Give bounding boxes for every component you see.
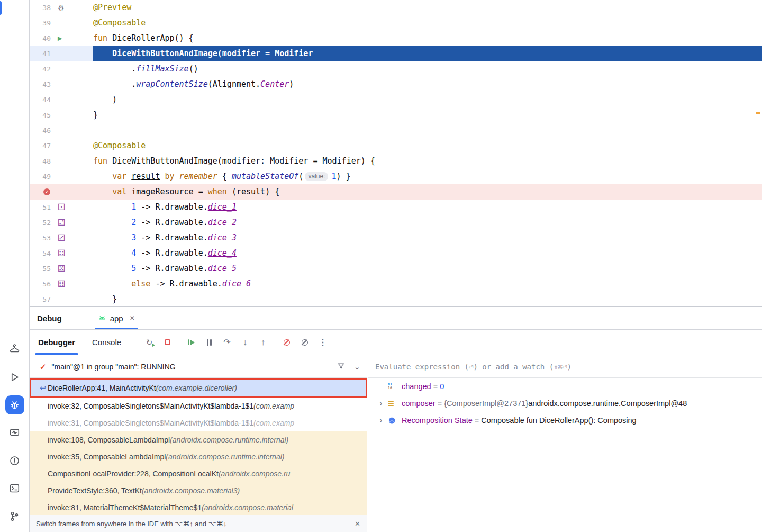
more-button[interactable]: ⋮ [314,335,332,350]
dice6-preview-icon[interactable]: ⚅ [58,279,66,288]
dice5-preview-icon[interactable]: ⚄ [58,264,66,273]
code-line-49[interactable]: 49 var result by remember { mutableState… [30,169,762,184]
code-line-48[interactable]: 48fun DiceWithButtonAndImage(modifier: M… [30,154,762,169]
debug-tool-button[interactable] [5,395,24,414]
problems-tool-button[interactable] [5,451,24,470]
watch-row[interactable]: 0110changed = 0 [368,378,762,395]
expand-chevron-icon[interactable]: › [379,399,388,408]
tab-debugger-label: Debugger [38,338,75,347]
frame-row[interactable]: ↩DiceRollerApp:41, MainActivityKt (com.e… [30,378,367,398]
frame-row[interactable]: invoke:108, ComposableLambdaImpl (androi… [30,431,367,448]
code-line-44[interactable]: 44 ) [30,92,762,107]
run-gutter-icon[interactable]: ▶ [58,35,62,41]
frame-package: (com.example.diceroller) [156,384,237,392]
gutter-cell[interactable]: ⚅ [51,276,93,292]
gear-icon[interactable]: ⚙ [58,4,65,12]
close-icon[interactable]: ✕ [130,314,135,322]
watch-row[interactable]: ›composer = {ComposerImpl@27371} android… [368,395,762,412]
terminal-tool-button[interactable] [5,479,24,498]
gutter-cell[interactable]: ⚀ [51,200,93,215]
step-into-button[interactable]: ↓ [236,335,254,350]
gutter-cell[interactable]: ⚙ [51,0,93,15]
code-line-46[interactable]: 46 [30,123,762,138]
frame-row[interactable]: invoke:81, MaterialThemeKt$MaterialTheme… [30,499,367,515]
code-line-57[interactable]: 57 } [30,292,762,306]
code-text: } [93,292,762,306]
pause-button[interactable] [200,335,218,350]
code-line-43[interactable]: 43 .wrapContentSize(Alignment.Center) [30,77,762,92]
code-line-53[interactable]: 53⚂ 3 -> R.drawable.dice_3 [30,230,762,246]
evaluate-placeholder: Evaluate expression (⏎) or add a watch (… [375,363,572,371]
code-editor[interactable]: 38⚙@Preview39@Composable40▶fun DiceRolle… [30,0,762,306]
git-branch-tool-button[interactable] [5,507,24,526]
code-line-41[interactable]: 41 DiceWithButtonAndImage(modifier = Mod… [30,46,762,61]
step-out-button[interactable]: ↑ [254,335,272,350]
line-number: 54 [30,246,51,261]
close-icon[interactable]: ✕ [355,520,360,528]
gutter-cell[interactable]: ⚃ [51,246,93,261]
code-line-52[interactable]: 52⚁ 2 -> R.drawable.dice_2 [30,215,762,230]
profiler-icon [9,427,20,438]
rerun-button[interactable]: ↻ [140,335,158,350]
code-line-56[interactable]: 56⚅ else -> R.drawable.dice_6 [30,276,762,292]
dice3-preview-icon[interactable]: ⚂ [58,233,66,242]
watches-list: 0110changed = 0›composer = {ComposerImpl… [368,378,762,429]
code-text: fun DiceRollerApp() { [93,31,762,46]
hint-banner-text: Switch frames from anywhere in the IDE w… [36,520,226,528]
code-line-42[interactable]: 42 .fillMaxSize() [30,61,762,77]
code-line-38[interactable]: 38⚙@Preview [30,0,762,15]
code-line-54[interactable]: 54⚃ 4 -> R.drawable.dice_4 [30,246,762,261]
variable-value: 0 [440,382,444,391]
code-line-47[interactable]: 47@Composable [30,138,762,154]
stop-button[interactable] [158,335,176,350]
breakpoint-icon[interactable] [43,188,50,195]
dice2-preview-icon[interactable]: ⚁ [58,218,66,227]
tab-console[interactable]: Console [87,330,126,355]
code-line-40[interactable]: 40▶fun DiceRollerApp() { [30,31,762,46]
gutter-cell[interactable]: ▶ [51,31,93,46]
frame-location: invoke:32, ComposableSingletons$MainActi… [48,402,253,410]
line-number: 48 [30,154,51,169]
frame-package: (androidx.compose.runtime.internal) [166,453,284,461]
run-icon [9,372,20,383]
gutter-cell [51,77,93,92]
mute-breakpoints-button[interactable] [296,335,314,350]
dice4-preview-icon[interactable]: ⚃ [58,249,66,258]
chevron-down-icon[interactable]: ⌄ [353,362,360,372]
code-text: var result by remember { mutableStateOf(… [93,169,762,184]
frame-row[interactable]: CompositionLocalProvider:228, Compositio… [30,465,367,482]
evaluate-expression-input[interactable]: Evaluate expression (⏎) or add a watch (… [368,356,762,378]
resume-button[interactable] [182,335,200,350]
code-line-55[interactable]: 55⚄ 5 -> R.drawable.dice_5 [30,261,762,276]
gutter-cell[interactable]: ⚂ [51,230,93,246]
dice1-preview-icon[interactable]: ⚀ [58,203,66,212]
gutter-cell[interactable]: ⚄ [51,261,93,276]
terminal-icon [9,483,20,494]
thread-status-row[interactable]: ✓ "main"@1 in group "main": RUNNING ⌄ [30,356,367,378]
gutter-cell[interactable]: ⚁ [51,215,93,230]
hanger-tool-button[interactable] [5,340,24,359]
code-line-50[interactable]: val imageResource = when (result) { [30,184,762,200]
scrollbar-warning-marker [756,112,760,114]
code-line-39[interactable]: 39@Composable [30,15,762,31]
watch-row[interactable]: ›Recomposition State = Composable fun Di… [368,412,762,429]
frame-row[interactable]: invoke:35, ComposableLambdaImpl (android… [30,448,367,465]
line-number: 57 [30,292,51,306]
code-text: @Composable [93,15,762,31]
view-breakpoints-button[interactable] [278,335,296,350]
step-over-button[interactable]: ↷ [218,335,236,350]
expand-chevron-icon[interactable]: › [379,416,388,425]
stop-icon [165,339,170,345]
right-margin-guide [637,0,637,306]
frame-row[interactable]: ProvideTextStyle:360, TextKt (androidx.c… [30,482,367,499]
frame-row[interactable]: invoke:32, ComposableSingletons$MainActi… [30,398,367,414]
session-tab-label: app [110,314,123,323]
run-tool-button[interactable] [5,367,24,386]
tab-app-session[interactable]: app ✕ [92,307,141,329]
tab-debugger[interactable]: Debugger [33,330,80,355]
frame-row[interactable]: invoke:31, ComposableSingletons$MainActi… [30,414,367,431]
filter-icon[interactable] [337,362,345,372]
profiler-tool-button[interactable] [5,423,24,442]
code-line-45[interactable]: 45} [30,107,762,123]
code-line-51[interactable]: 51⚀ 1 -> R.drawable.dice_1 [30,200,762,215]
